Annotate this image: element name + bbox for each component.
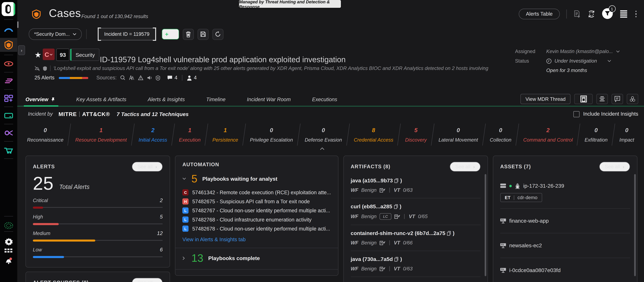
modules-button[interactable] [627,94,638,104]
export-icon[interactable] [573,10,580,18]
tactic-privilege-escalation[interactable]: 0Privilege Escalation [244,122,298,148]
asset-row[interactable]: finance-web-app [500,209,630,233]
alerts-table-button[interactable]: Alerts Table [519,9,560,19]
view-mdr-thread-button[interactable]: View MDR Thread [520,94,570,104]
reset-filter-button[interactable] [212,29,224,40]
report-export-icon[interactable] [380,240,385,245]
sidebar-item-dashboard[interactable] [0,23,17,35]
security-domain-filter-chip[interactable]: *Security Dom... [29,28,82,40]
tactic-resource-development[interactable]: 1Resource Development [70,122,132,148]
copy-icon[interactable] [394,178,399,183]
tactic-discovery[interactable]: 5Discovery [400,122,432,148]
artifact-row[interactable]: java (730a...7a5d ) WFBenign VT0/63 [351,251,480,277]
sidebar-item-threat-intel[interactable] [0,58,17,70]
tab-executions[interactable]: Executions [312,93,337,106]
cortex-logo[interactable] [2,2,15,16]
tactic-command-and-control[interactable]: 2Command and Control [518,122,578,148]
view-alerts-insights-link[interactable]: View in Alerts & Insights tab [182,237,331,242]
sidebar-item-notifications[interactable] [0,254,17,267]
artifact-row[interactable]: containerd-shim-runc-v2 (6b7d...2a75 ) W… [351,225,480,251]
comments-indicator[interactable]: 4 [167,75,178,81]
tab-overview[interactable]: Overview [26,93,55,106]
grid-icon [4,249,13,254]
tab-alerts-insights[interactable]: Alerts & Insights [148,93,185,106]
artifact-row[interactable]: java (a105...9b73 ) WFBenign VT0/63 [351,172,480,198]
more-options-icon[interactable] [634,11,638,18]
center-align-button[interactable] [596,94,608,104]
analytics-source-icon[interactable] [120,75,125,80]
critical-bar [33,207,43,209]
sidebar-item-response[interactable] [0,75,17,87]
playbook-row[interactable]: L 57482768 - Cloud infrastructure enumer… [182,216,331,223]
warning-source-icon[interactable] [138,75,143,80]
layout-toggle-button[interactable] [574,94,592,104]
tactic-persistence[interactable]: 1Persistence [207,122,244,148]
sidebar-item-xsiam-atom[interactable] [0,219,17,232]
asset-row[interactable]: i-0cdce0aa0807e03fd [500,258,630,282]
tactic-credential-access[interactable]: 8Credential Access [348,122,399,148]
star-icon[interactable]: ★ [34,50,42,60]
tactic-collection[interactable]: 0Collection [484,122,517,148]
agent-source-icon[interactable] [156,75,160,80]
refresh-icon[interactable] [587,10,595,18]
asset-row[interactable]: newsales-ec2 [500,233,630,258]
notes-button[interactable] [612,94,623,104]
playbooks-waiting-count: 5 [192,173,197,184]
playbook-row[interactable]: H 57482675 - Suspicious API call from a … [182,198,331,205]
bell-slash-icon[interactable] [34,66,40,71]
filter-button[interactable]: 1 [602,8,613,20]
sidebar-item-assets-add[interactable] [0,92,17,104]
artifacts-scrollbar[interactable] [484,174,486,276]
asset-row[interactable]: ip-172-31-26-239 ETcdr-demo [500,177,630,209]
include-insights-checkbox[interactable] [573,111,580,117]
sidebar-item-cases[interactable] [0,38,17,52]
status-value[interactable]: Under Investigation [554,58,597,64]
tactic-exfiltration[interactable]: 0Exfiltration [579,122,613,148]
alerts-see-all-button[interactable]: See all› [132,162,163,172]
tactic-lateral-movement[interactable]: 0Lateral Movement [433,122,484,148]
alert-sources-see-all-button[interactable]: See all› [132,278,163,282]
playbook-row[interactable]: L 57482767 - Cloud non-user identity per… [182,207,331,214]
trash-icon [186,31,191,37]
chevron-down-icon[interactable] [608,60,612,62]
artifact-row[interactable]: curl (eb85...a285 ) WFBenign LC VT0/65 [351,198,480,225]
users-indicator[interactable]: 4 [187,75,197,81]
collapse-tactics-chevron[interactable] [0,148,644,152]
expand-chevron-icon[interactable] [182,256,186,260]
tactic-reconnaissance[interactable]: 0Reconnaissance [22,122,69,148]
sidebar-item-automation-key[interactable] [0,127,17,139]
tactic-defense-evasion[interactable]: 0Defense Evasion [299,122,348,148]
assigned-value[interactable]: Kevin Mastin (kmastin@palo... [546,49,613,54]
audio-source-icon[interactable] [147,75,152,80]
tab-key-assets[interactable]: Key Assets & Artifacts [76,93,126,106]
report-export-icon[interactable] [394,214,400,219]
copy-icon[interactable] [394,204,398,209]
delete-filter-button[interactable] [183,29,194,40]
tactic-impact[interactable]: 0Impact [614,122,640,148]
tactic-execution[interactable]: 1Execution [173,122,206,148]
assets-scrollbar[interactable] [634,174,636,276]
menu-icon[interactable] [620,11,627,18]
artifact-row[interactable]: sshd (ce41...07ea ) [351,277,480,282]
shield-tag-icon[interactable] [43,66,47,71]
playbook-row[interactable]: L 57482678 - Cloud non-user identity per… [182,225,331,232]
person-icon [187,75,192,80]
sidebar-item-terminal[interactable] [0,109,17,122]
copy-icon[interactable] [394,256,399,261]
add-or-filter-button[interactable]: +OR [162,29,179,40]
tactic-initial-access[interactable]: 2Initial Access [133,122,173,148]
collapse-chevron-icon[interactable] [182,177,186,180]
assets-see-all-button[interactable]: See all› [599,162,630,172]
severity-badge[interactable]: C [43,49,54,60]
bioc-source-icon[interactable] [129,75,134,80]
tab-war-room[interactable]: Incident War Room [247,93,291,106]
tab-timeline[interactable]: Timeline [206,93,226,106]
save-filter-button[interactable] [198,29,209,40]
report-export-icon[interactable] [380,266,385,271]
artifacts-see-all-button[interactable]: See all› [450,162,480,172]
incident-id-filter-chip[interactable]: Incident ID = 119579 [98,28,156,40]
copy-icon[interactable] [447,231,451,235]
chevron-down-icon[interactable] [616,50,620,53]
playbook-row[interactable]: C 57461342 - Remote code execution (RCE)… [182,189,331,196]
report-export-icon[interactable] [380,187,385,193]
